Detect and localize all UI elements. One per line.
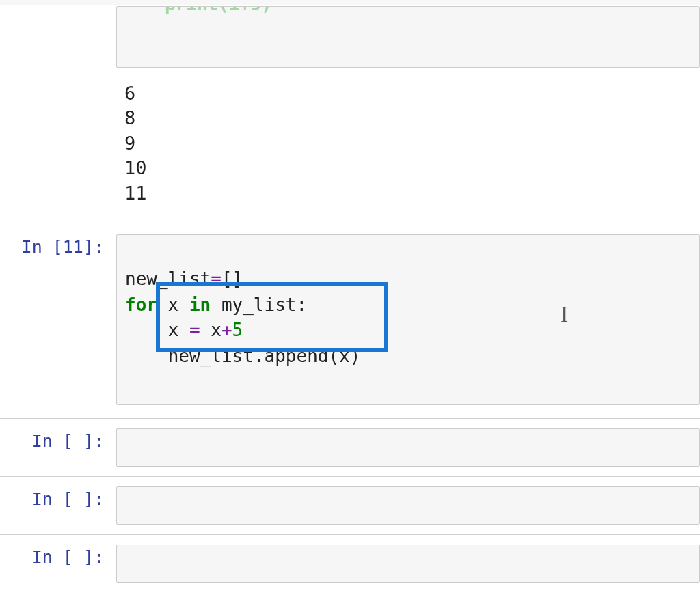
- prev-code-cell: print(i+5): [0, 5, 700, 75]
- tok-for: for: [125, 294, 157, 315]
- tok: =: [211, 269, 221, 289]
- tok: x: [168, 320, 189, 340]
- tok: new_list: [125, 269, 211, 289]
- cell-11: In [11]: new_list=[] for x in my_list: x…: [0, 227, 700, 418]
- tok: (x): [328, 346, 360, 366]
- prev-output-prompt: [0, 81, 116, 83]
- tok: new_list: [168, 346, 254, 366]
- prev-code-input[interactable]: print(i+5): [116, 6, 700, 68]
- empty-cell-1: In [ ]:: [0, 418, 700, 477]
- tok: =: [189, 320, 200, 340]
- notebook-container: print(i+5) 6 8 9 10 11 In [11]: new_list…: [0, 5, 700, 591]
- tok: 5: [232, 320, 243, 340]
- tok: my_list:: [211, 294, 307, 315]
- tok-in: in: [189, 294, 211, 315]
- indent: [125, 346, 168, 366]
- indent: [125, 320, 168, 340]
- prev-output-cell: 6 8 9 10 11: [0, 75, 700, 227]
- tok: +: [221, 320, 232, 340]
- cell-11-input[interactable]: new_list=[] for x in my_list: x = x+5 ne…: [116, 234, 700, 405]
- empty-cell-3: In [ ]:: [0, 535, 700, 591]
- tok: x: [200, 320, 221, 340]
- empty-cell-1-input[interactable]: [116, 428, 700, 467]
- prev-output: 6 8 9 10 11: [116, 81, 700, 206]
- empty-cell-2-input[interactable]: [116, 486, 700, 525]
- tok: x: [157, 294, 189, 315]
- empty-cell-3-input[interactable]: [116, 545, 700, 583]
- cell-11-prompt: In [11]:: [0, 234, 116, 259]
- prev-code-token: print(i+5): [165, 6, 272, 16]
- tok: []: [221, 269, 243, 289]
- empty-cell-2-prompt: In [ ]:: [0, 486, 116, 511]
- empty-cell-1-prompt: In [ ]:: [0, 428, 116, 453]
- prev-code-prompt: [0, 6, 116, 8]
- empty-cell-3-prompt: In [ ]:: [0, 545, 116, 569]
- text-cursor-icon: I: [561, 301, 568, 327]
- empty-cell-2: In [ ]:: [0, 477, 700, 535]
- tok: append: [265, 346, 329, 366]
- tok: .: [254, 346, 265, 366]
- toolbar-fragment: [0, 0, 700, 5]
